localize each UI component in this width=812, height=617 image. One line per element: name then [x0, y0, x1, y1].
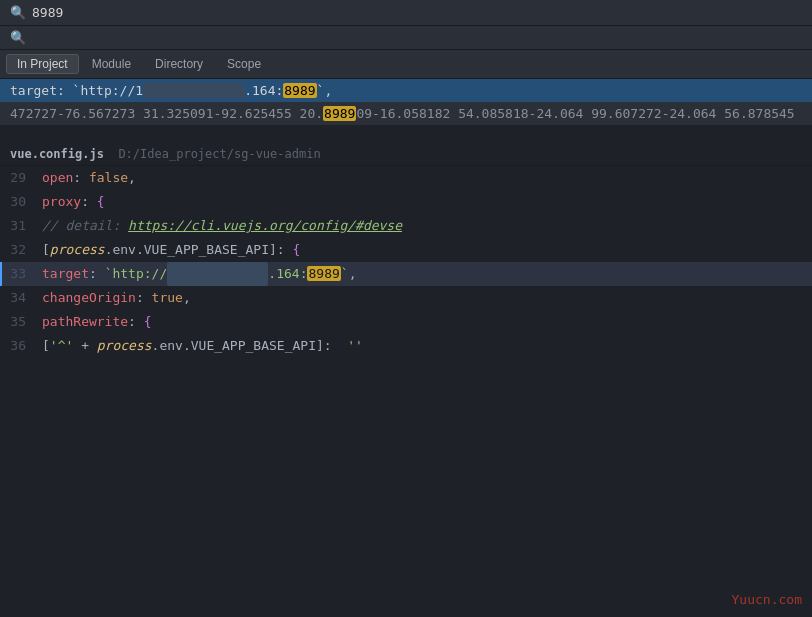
- line-num-31: 31: [2, 214, 38, 238]
- line-content-32: [process.env.VUE_APP_BASE_API]: {: [38, 238, 812, 262]
- search-input-2[interactable]: [32, 30, 152, 45]
- result-text-2: 472727-76.567273 31.325091-92.625455 20.: [10, 106, 323, 121]
- result-highlight-1: 8989: [283, 83, 316, 98]
- line-num-32: 32: [2, 238, 38, 262]
- tab-scope[interactable]: Scope: [216, 54, 272, 74]
- line-content-36: ['^' + process.env.VUE_APP_BASE_API]: '': [38, 334, 812, 358]
- search-bar-2: 🔍: [0, 26, 812, 50]
- code-line-31: 31 // detail: https://cli.vuejs.org/conf…: [0, 214, 812, 238]
- code-line-36: 36 ['^' + process.env.VUE_APP_BASE_API]:…: [0, 334, 812, 358]
- line-content-29: open: false,: [38, 166, 812, 190]
- line-content-33: target: `http://111.112.xxx.164:8989`,: [38, 262, 812, 286]
- line-content-34: changeOrigin: true,: [38, 286, 812, 310]
- search-result-2: 472727-76.567273 31.325091-92.625455 20.…: [0, 102, 812, 125]
- code-line-32: 32 [process.env.VUE_APP_BASE_API]: {: [0, 238, 812, 262]
- code-line-34: 34 changeOrigin: true,: [0, 286, 812, 310]
- code-line-35: 35 pathRewrite: {: [0, 310, 812, 334]
- result-ip-blurred-1: 12 112: [143, 83, 244, 98]
- line-num-30: 30: [2, 190, 38, 214]
- search-icon-2: 🔍: [10, 30, 26, 45]
- code-line-29: 29 open: false,: [0, 166, 812, 190]
- line-num-33: 33: [2, 262, 38, 286]
- search-icon-1: 🔍: [10, 5, 26, 20]
- search-input-1[interactable]: [32, 5, 152, 20]
- line-num-35: 35: [2, 310, 38, 334]
- result-suffix-1: `,: [317, 83, 333, 98]
- tab-in-project[interactable]: In Project: [6, 54, 79, 74]
- search-result-1: target: `http://112 112 .164:8989`,: [0, 79, 812, 102]
- line-content-31: // detail: https://cli.vuejs.org/config/…: [38, 214, 812, 238]
- line-num-36: 36: [2, 334, 38, 358]
- line-content-35: pathRewrite: {: [38, 310, 812, 334]
- filepath-label: D:/Idea_project/sg-vue-admin: [111, 147, 321, 161]
- filename-label: vue.config.js: [10, 147, 104, 161]
- spacer: [0, 125, 812, 143]
- tab-directory[interactable]: Directory: [144, 54, 214, 74]
- line-num-34: 34: [2, 286, 38, 310]
- result-prefix-1: target: `http://1: [10, 83, 143, 98]
- result-highlight-2: 8989: [323, 106, 356, 121]
- result-suffix-2: 09-16.058182 54.085818-24.064 99.607272-…: [356, 106, 794, 121]
- code-area: 29 open: false, 30 proxy: { 31 // detail…: [0, 166, 812, 358]
- tab-module[interactable]: Module: [81, 54, 142, 74]
- search-bar-1: 🔍: [0, 0, 812, 26]
- watermark: Yuucn.com: [732, 592, 802, 607]
- tabs-row: In Project Module Directory Scope: [0, 50, 812, 79]
- code-line-33: 33 target: `http://111.112.xxx.164:8989`…: [0, 262, 812, 286]
- line-content-30: proxy: {: [38, 190, 812, 214]
- line-num-29: 29: [2, 166, 38, 190]
- file-path-bar: vue.config.js D:/Idea_project/sg-vue-adm…: [0, 143, 812, 166]
- code-line-30: 30 proxy: {: [0, 190, 812, 214]
- result-mid-1: .164:: [244, 83, 283, 98]
